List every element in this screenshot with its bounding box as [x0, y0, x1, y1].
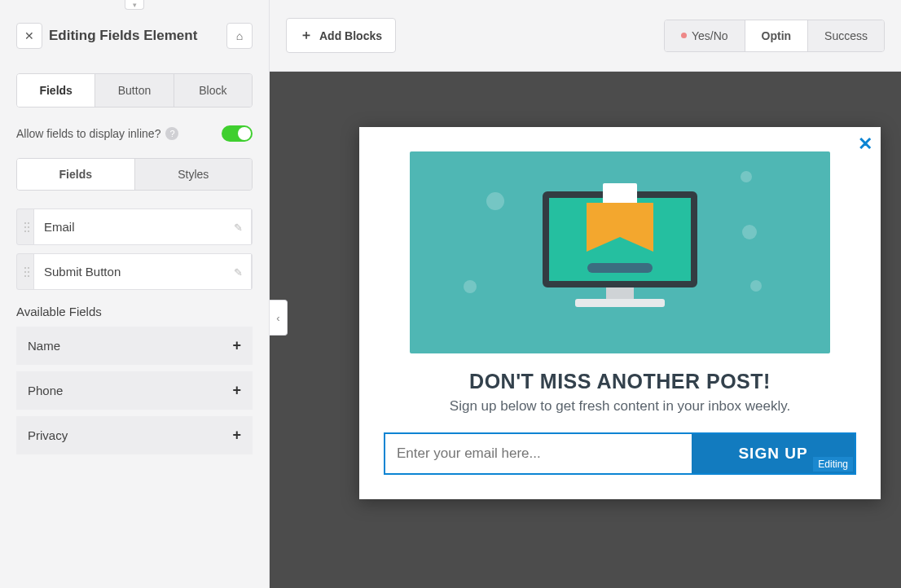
field-item-email[interactable]: Email ✎ [16, 208, 253, 245]
inline-toggle-row: Allow fields to display inline? ? [16, 125, 253, 142]
close-icon: ✕ [858, 134, 872, 154]
optin-popup: ✕ DON'T MISS ANOTHER POST! Sign up below… [359, 127, 881, 499]
popup-title: DON'T MISS ANOTHER POST! [359, 370, 881, 393]
element-tabs: Fields Button Block [16, 73, 253, 108]
status-dot-icon [681, 33, 687, 38]
campaign-steps: Yes/No Optin Success [664, 20, 885, 52]
edit-icon[interactable]: ✎ [234, 221, 243, 233]
close-button[interactable]: ✕ [16, 23, 42, 49]
available-field-privacy[interactable]: Privacy + [16, 416, 253, 454]
plus-icon: + [232, 427, 241, 444]
collapse-sidebar-button[interactable]: ‹ [270, 300, 288, 336]
available-fields-header: Available Fields [16, 305, 253, 318]
edit-icon[interactable]: ✎ [234, 265, 243, 278]
monitor-illustration [538, 191, 701, 314]
available-field-name[interactable]: Name + [16, 327, 253, 365]
field-item-submit[interactable]: Submit Button ✎ [16, 253, 253, 290]
available-field-phone[interactable]: Phone + [16, 371, 253, 410]
sidebar-header: ✕ Editing Fields Element ⌂ [0, 0, 269, 65]
subtab-styles[interactable]: Styles [134, 159, 253, 190]
home-icon: ⌂ [236, 29, 243, 42]
sidebar-body: Fields Button Block Allow fields to disp… [0, 65, 269, 477]
sidebar-title: Editing Fields Element [49, 28, 220, 44]
step-yesno[interactable]: Yes/No [665, 20, 745, 51]
drag-handle-icon[interactable] [17, 267, 33, 277]
resize-nub-icon[interactable]: ▾ [125, 0, 144, 10]
plus-icon: + [232, 337, 241, 354]
home-button[interactable]: ⌂ [226, 23, 253, 49]
field-label: Email ✎ [33, 209, 252, 244]
hero-image [410, 151, 830, 353]
step-success[interactable]: Success [807, 20, 884, 51]
preview-stage: ‹ ✕ DON'T MISS ANOTHER POST! Sign up bel… [270, 72, 901, 588]
popup-close-button[interactable]: ✕ [858, 134, 872, 155]
plus-icon: + [232, 382, 241, 399]
editing-badge: Editing [813, 457, 853, 472]
step-optin[interactable]: Optin [745, 20, 808, 51]
close-icon: ✕ [24, 29, 34, 42]
plus-icon: ＋ [300, 27, 313, 44]
chevron-left-icon: ‹ [276, 312, 279, 324]
email-input[interactable] [385, 434, 692, 473]
tab-button[interactable]: Button [94, 74, 173, 107]
add-blocks-button[interactable]: ＋ Add Blocks [286, 18, 396, 53]
drag-handle-icon[interactable] [17, 222, 33, 232]
canvas: ＋ Add Blocks Yes/No Optin Success ‹ ✕ [270, 0, 901, 588]
field-label: Submit Button ✎ [33, 254, 252, 289]
optin-form: SIGN UP Editing [384, 432, 856, 475]
tab-block[interactable]: Block [174, 74, 252, 107]
sidebar: ▾ ✕ Editing Fields Element ⌂ Fields Butt… [0, 0, 270, 588]
inline-toggle-label: Allow fields to display inline? ? [16, 127, 178, 140]
help-icon[interactable]: ? [165, 127, 178, 140]
inline-toggle[interactable] [222, 125, 253, 142]
subtab-fields[interactable]: Fields [17, 159, 134, 190]
topbar: ＋ Add Blocks Yes/No Optin Success [270, 0, 901, 72]
tab-fields[interactable]: Fields [17, 74, 94, 107]
fields-styles-tabs: Fields Styles [16, 158, 253, 191]
popup-subtitle: Sign up below to get fresh content in yo… [359, 398, 881, 415]
